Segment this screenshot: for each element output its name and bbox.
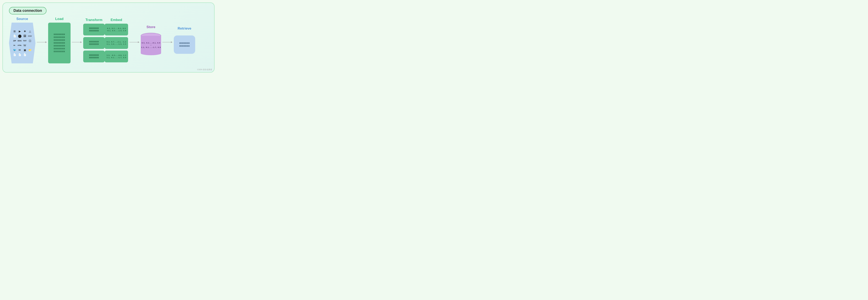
icon-grid-icon: ⊞ <box>13 29 17 33</box>
diagram-title: Data connection <box>9 7 46 14</box>
icon-file3: 📄 <box>23 53 27 57</box>
svg-marker-13 <box>171 41 173 43</box>
icon-doc: 📄 <box>13 34 17 38</box>
svg-marker-3 <box>80 41 82 43</box>
arrow-svg-sr <box>162 40 173 44</box>
load-row-4: XXXXXXXXXX <box>54 42 65 44</box>
icon-doc2: DOC <box>18 39 22 43</box>
svg-marker-1 <box>45 41 47 43</box>
load-row-1: XXXXXXXXXX <box>54 33 65 35</box>
embed-box-3: 5.5, -0.3....0.8, 2.3 2.1, 0.1....-1.7, … <box>104 51 128 62</box>
eb1-line1: 0.5, 0.2....0.1, 0.9 <box>107 28 125 29</box>
stage-transform: Transform XXXXXXXXXX XXXXXXXXXX XXXXXXXX… <box>83 18 104 62</box>
transform-box-1: XXXXXXXXXX XXXXXXXXXX <box>83 24 104 35</box>
load-box: XXXXXXXXXX XXXXXXXXXX XXXXXXXXXX XXXXXXX… <box>48 23 70 63</box>
stage-embed: Embed 0.5, 0.2....0.1, 0.9 -0.1, 0.4....… <box>104 18 128 62</box>
transform-col: XXXXXXXXXX XXXXXXXXXX XXXXXXXXXX XXXXXXX… <box>83 24 104 62</box>
store-line-1: 0.5, 0.2....0.1, 0.9 <box>142 42 160 44</box>
arrow-source-load <box>35 40 48 44</box>
tb2-row1: XXXXXXXXXX <box>89 41 99 43</box>
icon-image: 🖼 <box>23 34 27 38</box>
eb3-line1: 5.5, -0.3....0.8, 2.3 <box>107 55 126 56</box>
icon-ppt: ◫ <box>28 39 32 43</box>
load-row-3: XXXXXXXXXX <box>54 39 65 41</box>
retrieve-row-1: XXXXXXXXXX <box>179 42 190 44</box>
icon-play: ▶ <box>18 29 22 33</box>
load-label: Load <box>55 17 64 21</box>
svg-marker-11 <box>138 41 140 43</box>
stage-store: Store 0.5, 0.2....0.1, 0.9 : 2.1, 0.1...… <box>141 25 161 55</box>
load-row-6: XXXXXXXXXX <box>54 48 65 50</box>
retrieve-row-2: XXXXXXXXXX <box>179 45 190 47</box>
retrieve-box: XXXXXXXXXX XXXXXXXXXX <box>174 35 195 54</box>
eb3-line2: 2.1, 0.1....-1.7, 0.9 <box>107 57 126 59</box>
icon-file1: 📄 <box>13 53 17 57</box>
embed-label: Embed <box>111 18 122 22</box>
stage-retrieve: Retrieve XXXXXXXXXX XXXXXXXXXX <box>174 27 195 54</box>
icon-folder: 📁 <box>28 48 32 52</box>
store-cylinder: 0.5, 0.2....0.1, 0.9 : 2.1, 0.1....-1.7,… <box>141 33 161 55</box>
icon-discord: ❖ <box>23 29 27 33</box>
store-label: Store <box>147 25 155 29</box>
load-row-7: XXXXXXXXXX <box>54 51 65 53</box>
icon-notion: ▣ <box>23 48 27 52</box>
source-shape: ⊞ ▶ ❖ △ 📄 ⬤ 🖼 CSV ZIP DOC TXT ◫ M↓ HTML … <box>9 23 35 63</box>
cylinder-bottom <box>141 51 161 55</box>
eb1-line2: -0.1, 0.4....1.4, 5.9 <box>107 30 126 32</box>
arrow-svg-es <box>129 40 140 44</box>
transform-label: Transform <box>86 18 102 22</box>
arrow-store-retrieve <box>161 40 174 44</box>
eb2-line1: 0.2, 0.7....2.1, -1.2 <box>107 41 126 43</box>
embed-box-2: 0.2, 0.7....2.1, -1.2 4.1, 3.4....-1.5, … <box>104 37 128 49</box>
tb3-row2: XXXXXXXXXX <box>89 57 99 59</box>
icon-html: HTML <box>18 43 22 47</box>
tb2-row2: XXXXXXXXXX <box>89 43 99 45</box>
store-line-2: 2.1, 0.1....-1.7, 0.9 <box>141 46 161 48</box>
load-row-5: XXXXXXXXXX <box>54 45 65 47</box>
pipeline: Source ⊞ ▶ ❖ △ 📄 ⬤ 🖼 CSV ZIP DOC TXT ◫ M… <box>9 17 208 63</box>
icon-file2: 📄 <box>18 53 22 57</box>
stage-load: Load XXXXXXXXXX XXXXXXXXXX XXXXXXXXXX XX… <box>48 17 70 63</box>
watermark: CSDN @步走路道 <box>197 68 212 71</box>
icon-grid: ⊞ ▶ ❖ △ 📄 ⬤ 🖼 CSV ZIP DOC TXT ◫ M↓ HTML … <box>12 29 32 57</box>
icon-zip: ZIP <box>13 39 17 43</box>
stage-source: Source ⊞ ▶ ❖ △ 📄 ⬤ 🖼 CSV ZIP DOC TXT ◫ M… <box>9 17 35 63</box>
transform-box-3: XXXXXXXXXX XXXXXXXXXX <box>83 51 104 62</box>
store-line-colon: : <box>151 44 152 46</box>
arrow-svg-2 <box>72 40 82 44</box>
retrieve-label: Retrieve <box>178 27 191 31</box>
embed-box-1: 0.5, 0.2....0.1, 0.9 -0.1, 0.4....1.4, 5… <box>104 24 128 35</box>
icon-csv: CSV <box>28 34 32 38</box>
arrow-embed-store <box>128 40 141 44</box>
embed-col: 0.5, 0.2....0.1, 0.9 -0.1, 0.4....1.4, 5… <box>104 24 128 62</box>
icon-txt: TXT <box>23 39 27 43</box>
source-label: Source <box>16 17 28 21</box>
icon-github: ⬤ <box>18 34 22 38</box>
icon-twitter: 🐦 <box>13 48 17 52</box>
icon-gdrive: △ <box>28 29 32 33</box>
icon-md: M↓ <box>13 43 17 47</box>
tb1-row2: XXXXXXXXXX <box>89 30 99 32</box>
icon-mail: ✉ <box>18 48 22 52</box>
arrow-svg <box>37 40 47 44</box>
icon-wiki: W <box>23 43 27 47</box>
diagram-container: Data connection Source ⊞ ▶ ❖ △ 📄 ⬤ 🖼 CSV… <box>2 2 215 72</box>
transform-box-2: XXXXXXXXXX XXXXXXXXXX <box>83 37 104 49</box>
icon-empty2 <box>28 53 32 57</box>
arrow-load-transform <box>70 40 83 44</box>
icon-empty <box>28 43 32 47</box>
load-row-2: XXXXXXXXXX <box>54 36 65 38</box>
tb1-row1: XXXXXXXXXX <box>89 28 99 29</box>
tb3-row1: XXXXXXXXXX <box>89 55 99 56</box>
eb2-line2: 4.1, 3.4....-1.5, 2.5 <box>107 43 126 45</box>
